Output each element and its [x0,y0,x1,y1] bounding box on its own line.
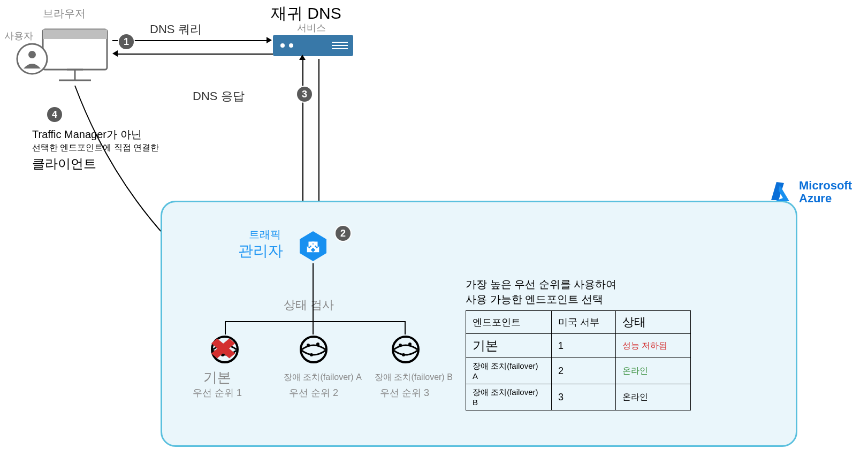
health-check-label: 상태 검사 [284,297,334,313]
dns-query-label: DNS 쿼리 [150,21,202,37]
priority2-label: 우선 순위 2 [289,386,338,399]
user-icon [16,43,48,77]
tm-hline [225,321,406,322]
table-row-endpoint: 장애 조치(failover) B [466,384,552,410]
step-badge-4: 4 [46,106,63,123]
azure-logo: Microsoft Azure [768,179,852,205]
azure-brand-line2: Azure [799,192,852,205]
table-title-line2: 사용 가능한 엔드포인트 선택 [466,292,603,307]
azure-brand-line1: Microsoft [799,179,852,192]
endpoint-priority-table: 엔드포인트 미국 서부 상태 기본 1 성능 저하됨 장애 조치(failove… [466,310,691,410]
table-row-endpoint: 기본 [466,334,552,358]
traffic-label: 트래픽 [249,227,281,242]
x-cross-icon: ✖ [209,333,238,365]
vline-up [302,59,303,225]
table-row-status: 온라인 [616,358,691,384]
dns-response-arrow-seg [118,54,273,55]
user-label: 사용자 [4,29,33,42]
tm-drop2 [313,321,314,334]
azure-logo-icon [768,180,793,204]
step4-text1: Traffic Manager가 아닌 [32,127,142,142]
vline-down [318,59,319,225]
failoverA-label: 장애 조치(failover) A [284,372,362,383]
priority3-label: 우선 순위 3 [380,386,429,399]
step-badge-1: 1 [118,33,135,50]
dns-response-label: DNS 응답 [193,88,245,104]
manager-label: 관리자 [238,241,283,261]
browser-device-icon [37,24,112,90]
table-row-region: 2 [552,358,616,384]
svg-point-21 [301,337,326,362]
svg-point-8 [280,43,285,48]
browser-label: 브라우저 [43,6,86,21]
table-header-status: 상태 [616,311,691,334]
tm-vline [313,263,314,322]
table-row-region: 3 [552,384,616,410]
dns-query-arrow [112,40,268,41]
primary-label: 기본 [203,368,231,387]
table-title-line1: 가장 높은 우선 순위를 사용하여 [466,277,616,292]
step-badge-2: 2 [334,225,352,242]
table-row-endpoint: 장애 조치(failover) A [466,358,552,384]
svg-point-9 [289,43,293,48]
step-badge-3: 3 [296,86,313,103]
step4-text2: 선택한 엔드포인트에 직접 연결한 [32,142,159,154]
table-row-status: 온라인 [616,384,691,410]
table-row-region: 1 [552,334,616,358]
failoverB-label: 장애 조치(failover) B [375,372,453,383]
endpoint-failover-a-icon [299,334,329,367]
tm-drop3 [405,321,406,334]
service-label: 서비스 [297,21,326,34]
table-header-region: 미국 서부 [552,311,616,334]
traffic-manager-icon [297,230,329,264]
priority1-label: 우선 순위 1 [193,386,242,399]
svg-rect-1 [43,29,107,39]
table-header-endpoint: 엔드포인트 [466,311,552,334]
endpoint-failover-b-icon [391,334,421,367]
step4-text3: 클라이언트 [32,155,96,172]
svg-point-5 [17,44,47,74]
svg-point-25 [393,337,418,362]
svg-point-6 [28,51,36,58]
table-row-status: 성능 저하됨 [616,334,691,358]
dns-server-icon [273,35,353,61]
